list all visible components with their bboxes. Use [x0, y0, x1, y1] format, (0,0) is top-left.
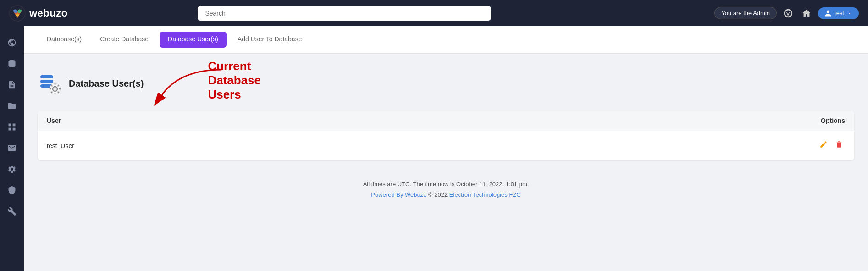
- tab-create-database[interactable]: Create Database: [91, 26, 158, 54]
- sidebar: [0, 26, 24, 271]
- sidebar-item-settings[interactable]: [3, 160, 21, 178]
- annotation-text: Current Database Users: [208, 59, 261, 102]
- options-column-header: Options: [446, 111, 854, 131]
- admin-badge: You are the Admin: [714, 7, 777, 19]
- section-title: Database User(s): [69, 78, 144, 89]
- footer-time-text: All times are UTC. The time now is Octob…: [38, 181, 854, 188]
- svg-rect-2: [40, 75, 53, 78]
- sidebar-item-wrench[interactable]: [3, 202, 21, 221]
- top-navigation: webuzo You are the Admin test: [0, 0, 868, 26]
- footer-copyright: © 2022: [428, 191, 448, 198]
- wordpress-icon-button[interactable]: [781, 6, 795, 20]
- sidebar-item-shield[interactable]: [3, 181, 21, 199]
- action-buttons: [455, 138, 845, 153]
- sidebar-item-file[interactable]: [3, 76, 21, 94]
- nav-right: You are the Admin test: [714, 6, 859, 20]
- user-btn-label: test: [835, 10, 844, 17]
- company-link[interactable]: Electron Technologies FZC: [449, 191, 521, 198]
- footer: All times are UTC. The time now is Octob…: [38, 170, 854, 205]
- search-bar[interactable]: [198, 6, 491, 21]
- tab-add-user-to-database[interactable]: Add User To Database: [228, 26, 311, 54]
- tab-databases[interactable]: Database(s): [38, 26, 91, 54]
- delete-button[interactable]: [833, 138, 845, 153]
- logo-area: webuzo: [9, 5, 83, 22]
- sidebar-item-globe[interactable]: [3, 33, 21, 52]
- table-row: test_User: [38, 131, 854, 160]
- svg-rect-3: [40, 80, 53, 83]
- sidebar-item-folder[interactable]: [3, 97, 21, 115]
- table-header-row: User Options: [38, 111, 854, 131]
- db-users-icon: [38, 72, 61, 95]
- home-icon-button[interactable]: [800, 6, 813, 20]
- sidebar-item-mail[interactable]: [3, 139, 21, 157]
- logo-text: webuzo: [29, 7, 68, 19]
- powered-by-link[interactable]: Powered By Webuzo: [371, 191, 426, 198]
- options-cell: [446, 131, 854, 160]
- section-header: Database User(s): [38, 72, 144, 95]
- user-cell: test_User: [38, 131, 446, 160]
- webuzo-logo-icon: [9, 5, 26, 22]
- tab-database-users[interactable]: Database User(s): [160, 32, 227, 48]
- sidebar-item-database[interactable]: [3, 55, 21, 73]
- sidebar-item-grid[interactable]: [3, 118, 21, 136]
- user-menu-button[interactable]: test: [818, 7, 859, 19]
- main-content: Database(s) Create Database Database Use…: [24, 26, 868, 271]
- content-area: Database User(s) Current Database Users: [24, 54, 868, 271]
- users-table: User Options test_User: [38, 111, 854, 160]
- search-input[interactable]: [198, 6, 491, 21]
- user-column-header: User: [38, 111, 446, 131]
- edit-button[interactable]: [818, 138, 829, 153]
- tabs-container: Database(s) Create Database Database Use…: [24, 26, 868, 54]
